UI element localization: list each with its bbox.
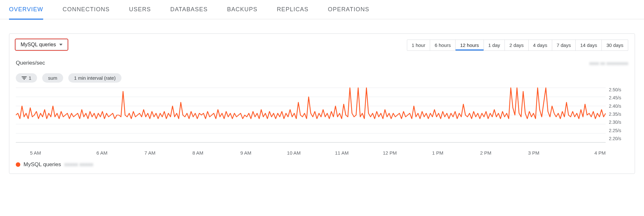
legend-swatch-icon	[16, 162, 20, 167]
chart-x-ticks: 5 AM6 AM7 AM8 AM9 AM10 AM11 AM12 PM1 PM2…	[16, 150, 628, 156]
range-2-days[interactable]: 2 days	[505, 40, 528, 50]
chart-y-ticks: 2.50/s2.45/s2.40/s2.35/s2.30/s2.25/s2.20…	[606, 86, 628, 150]
chip-row: 1 sum 1 min interval (rate)	[16, 73, 628, 83]
tab-operations[interactable]: OPERATIONS	[328, 0, 370, 19]
x-tick: 3 PM	[510, 150, 558, 156]
x-tick: 2 PM	[462, 150, 510, 156]
x-tick: 8 AM	[174, 150, 222, 156]
tab-users[interactable]: USERS	[129, 0, 151, 19]
interval-chip[interactable]: 1 min interval (rate)	[68, 73, 121, 83]
range-6-hours[interactable]: 6 hours	[430, 40, 455, 50]
filter-icon	[22, 76, 27, 80]
y-tick: 2.50/s	[609, 87, 628, 92]
chart-svg[interactable]	[16, 86, 606, 150]
x-tick: 10 AM	[270, 150, 318, 156]
x-tick: 7 AM	[126, 150, 174, 156]
aggregation-chip[interactable]: sum	[42, 73, 63, 83]
range-4-days[interactable]: 4 days	[528, 40, 552, 50]
tab-bar: OVERVIEW CONNECTIONS USERS DATABASES BAC…	[0, 0, 644, 19]
chart-area: 2.50/s2.45/s2.40/s2.35/s2.30/s2.25/s2.20…	[16, 86, 628, 150]
tab-databases[interactable]: DATABASES	[170, 0, 208, 19]
x-tick: 9 AM	[222, 150, 270, 156]
tab-connections[interactable]: CONNECTIONS	[62, 0, 110, 19]
range-7-days[interactable]: 7 days	[552, 40, 575, 50]
range-14-days[interactable]: 14 days	[575, 40, 602, 50]
chart-legend: MySQL queries xxxxx xxxxx	[16, 161, 628, 168]
legend-instance-blur: xxxxx xxxxx	[64, 161, 93, 168]
tab-backups[interactable]: BACKUPS	[227, 0, 257, 19]
x-tick: 6 AM	[78, 150, 126, 156]
x-tick: 1 PM	[414, 150, 462, 156]
legend-series-name: MySQL queries	[24, 161, 61, 168]
y-tick: 2.35/s	[609, 112, 628, 117]
range-30-days[interactable]: 30 days	[601, 40, 628, 50]
range-1-hour[interactable]: 1 hour	[407, 40, 430, 50]
metric-dropdown[interactable]: MySQL queries	[16, 40, 67, 50]
x-tick: 5 AM	[16, 150, 78, 156]
metric-dropdown-label: MySQL queries	[21, 42, 56, 48]
range-1-day[interactable]: 1 day	[484, 40, 505, 50]
y-tick: 2.25/s	[609, 128, 628, 133]
y-tick: 2.45/s	[609, 95, 628, 100]
y-tick: 2.20/s	[609, 136, 628, 141]
filter-chip[interactable]: 1	[16, 73, 37, 83]
chart-card: MySQL queries 1 hour 6 hours 12 hours 1 …	[9, 33, 635, 174]
x-tick: 4 PM	[558, 150, 606, 156]
y-tick: 2.30/s	[609, 120, 628, 125]
filter-chip-count: 1	[29, 75, 31, 81]
chart-y-axis-label: Queries/sec	[16, 60, 45, 66]
time-range-group: 1 hour 6 hours 12 hours 1 day 2 days 4 d…	[407, 40, 628, 51]
chevron-down-icon	[59, 44, 62, 46]
range-12-hours[interactable]: 12 hours	[455, 40, 483, 50]
x-tick: 12 PM	[366, 150, 414, 156]
chart-instance-label: xxxx xx xxxxxxxxx	[589, 60, 628, 66]
x-tick: 11 AM	[318, 150, 366, 156]
tab-replicas[interactable]: REPLICAS	[277, 0, 309, 19]
tab-overview[interactable]: OVERVIEW	[9, 0, 43, 19]
y-tick: 2.40/s	[609, 104, 628, 109]
